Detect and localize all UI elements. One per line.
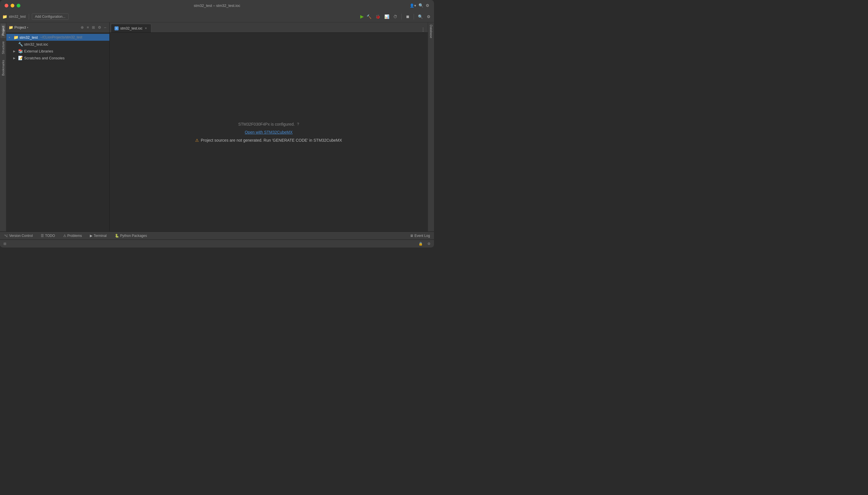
tree-label-ioc: stm32_test.ioc [24, 42, 48, 47]
open-with-stm32cubemx-link[interactable]: Open with STM32CubeMX [245, 130, 293, 135]
configured-text: STM32F030F4Px is configured. [238, 122, 295, 126]
expand-arrow-ext: ▶ [13, 50, 17, 53]
lock-icon[interactable]: 🔒 [417, 241, 424, 246]
build-button[interactable]: 🔨 [365, 14, 373, 19]
stop-button[interactable]: ⏹ [405, 14, 411, 19]
event-log-icon: 🖥 [410, 234, 413, 238]
coverage-button[interactable]: 📊 [383, 14, 390, 19]
help-icon[interactable]: ? [297, 122, 299, 126]
project-dropdown-arrow[interactable]: ▾ [27, 26, 29, 29]
todo-icon: ☰ [41, 234, 44, 238]
version-control-icon: ⌥ [4, 234, 8, 238]
debug-button[interactable]: 🐞 [374, 14, 381, 19]
search-icon[interactable]: 🔍 [419, 3, 423, 8]
terminal-icon: ▶ [90, 234, 93, 238]
sidebar-tab-structure[interactable]: Structure [1, 39, 6, 56]
titlebar-right-actions: 👤▾ 🔍 ⚙ [410, 3, 429, 8]
python-packages-label: Python Packages [120, 234, 147, 238]
account-icon[interactable]: 👤▾ [410, 3, 416, 8]
tab-close-button[interactable]: ✕ [144, 27, 148, 30]
terminal-item[interactable]: ▶ Terminal [88, 233, 108, 238]
python-packages-item[interactable]: 🐍 Python Packages [113, 233, 149, 238]
right-sidebar: Database [428, 22, 434, 232]
todo-item[interactable]: ☰ TODO [39, 233, 56, 238]
tab-ioc-label: stm32_test.ioc [120, 27, 142, 30]
file-tree: ▾ 📁 stm32_test ~/CLionProjects/stm32_tes… [6, 33, 109, 232]
statusbar: ⌥ Version Control ☰ TODO ⚠ Problems ▶ Te… [0, 232, 434, 239]
expand-arrow-root: ▾ [9, 36, 12, 39]
scope-button[interactable]: ⊕ [80, 25, 85, 30]
database-tab-label[interactable]: Database [428, 22, 434, 40]
sidebar-tab-bookmarks[interactable]: Bookmarks [1, 58, 6, 78]
minimize-button[interactable] [11, 4, 14, 7]
close-button[interactable] [4, 4, 8, 7]
run-button[interactable]: ▶ [360, 14, 364, 19]
expand-arrow-scratch: ▶ [13, 56, 17, 59]
tabs-strip: S stm32_test.ioc ✕ ⋮ [110, 22, 428, 33]
ext-lib-icon: 📚 [18, 49, 23, 53]
toolbar-left: 📁 stm32_test [2, 14, 26, 19]
tree-item-scratches[interactable]: ▶ 📝 Scratches and Consoles [6, 54, 109, 62]
folder-icon: 📁 [2, 14, 7, 19]
tree-label-scratches: Scratches and Consoles [24, 56, 65, 60]
settings-icon[interactable]: ⚙ [426, 3, 429, 8]
project-title-label: Project [14, 25, 26, 30]
options-button[interactable]: ⚙ [97, 25, 102, 30]
tree-label-ext-libs: External Libraries [24, 49, 53, 53]
bottom-settings-icon[interactable]: ⚙ [426, 241, 432, 246]
bottombar-right: 🔒 ⚙ [417, 241, 432, 246]
tree-item-ext-libs[interactable]: ▶ 📚 External Libraries [6, 48, 109, 54]
project-folder-small-icon: 📁 [9, 25, 13, 30]
project-panel: 📁 Project ▾ ⊕ ≡ ⊞ ⚙ – ▾ 📁 stm32_test ~/C… [6, 22, 110, 232]
tree-sublabel-root: ~/CLionProjects/stm32_test [40, 35, 82, 39]
sidebar-tab-project[interactable]: Project [1, 23, 6, 38]
add-configuration-button[interactable]: Add Configuration... [32, 14, 69, 20]
maximize-button[interactable] [17, 4, 20, 7]
project-header-title: 📁 Project ▾ [9, 25, 79, 30]
search-everywhere-button[interactable]: 🔍 [417, 14, 424, 19]
warning-line: ⚠ Project sources are not generated. Run… [195, 138, 342, 142]
settings-gear-button[interactable]: ⚙ [426, 14, 432, 19]
tab-ioc[interactable]: S stm32_test.ioc ✕ [111, 24, 151, 32]
problems-item[interactable]: ⚠ Problems [62, 233, 84, 238]
titlebar: stm32_test – stm32_test.ioc 👤▾ 🔍 ⚙ [0, 0, 434, 11]
toolbar-sep2 [401, 14, 402, 19]
project-folder-label: stm32_test [9, 15, 26, 19]
statusbar-right: 🖥 Event Log [408, 233, 432, 238]
problems-icon: ⚠ [63, 234, 66, 238]
folder-icon-root: 📁 [13, 35, 18, 39]
terminal-label: Terminal [94, 234, 107, 238]
tree-item-ioc[interactable]: 🔧 stm32_test.ioc [6, 41, 109, 48]
sort-button[interactable]: ≡ [86, 25, 90, 30]
event-log-item[interactable]: 🖥 Event Log [408, 233, 432, 238]
tree-item-root[interactable]: ▾ 📁 stm32_test ~/CLionProjects/stm32_tes… [6, 34, 109, 41]
filter-button[interactable]: ⊞ [91, 25, 96, 30]
warning-triangle-icon: ⚠ [195, 138, 199, 142]
main-layout: Project Structure Bookmarks 📁 Project ▾ … [0, 22, 434, 232]
collapse-button[interactable]: – [103, 25, 107, 30]
todo-label: TODO [45, 234, 55, 238]
toolbar-right: ▶ 🔨 🐞 📊 ⏱ ⏹ 🔍 ⚙ [360, 14, 432, 19]
tab-ioc-icon: S [115, 27, 118, 30]
editor-area: STM32F030F4Px is configured. ? Open with… [110, 33, 428, 232]
tree-label-root: stm32_test [19, 35, 38, 39]
expand-left-icon[interactable]: ⊞ [2, 241, 7, 246]
python-packages-icon: 🐍 [115, 234, 119, 238]
content-area: S stm32_test.ioc ✕ ⋮ STM32F030F4Px is co… [110, 22, 428, 232]
configured-line: STM32F030F4Px is configured. ? [238, 122, 299, 126]
scratch-icon: 📝 [18, 56, 23, 60]
window-controls [4, 4, 20, 7]
toolbar-separator [29, 14, 29, 19]
event-log-label: Event Log [414, 234, 430, 238]
tabs-more-button[interactable]: ⋮ [420, 27, 427, 32]
problems-label: Problems [67, 234, 82, 238]
profile-button[interactable]: ⏱ [392, 14, 398, 19]
ioc-file-icon: 🔧 [18, 42, 23, 47]
sidebar-left: Project Structure Bookmarks [0, 22, 6, 232]
toolbar: 📁 stm32_test Add Configuration... ▶ 🔨 🐞 … [0, 11, 434, 22]
project-header-icons: ⊕ ≡ ⊞ ⚙ – [80, 25, 107, 30]
version-control-item[interactable]: ⌥ Version Control [2, 233, 34, 238]
warning-message: Project sources are not generated. Run '… [201, 138, 342, 142]
bottombar: ⊞ 🔒 ⚙ [0, 239, 434, 248]
window-title: stm32_test – stm32_test.ioc [194, 3, 240, 8]
